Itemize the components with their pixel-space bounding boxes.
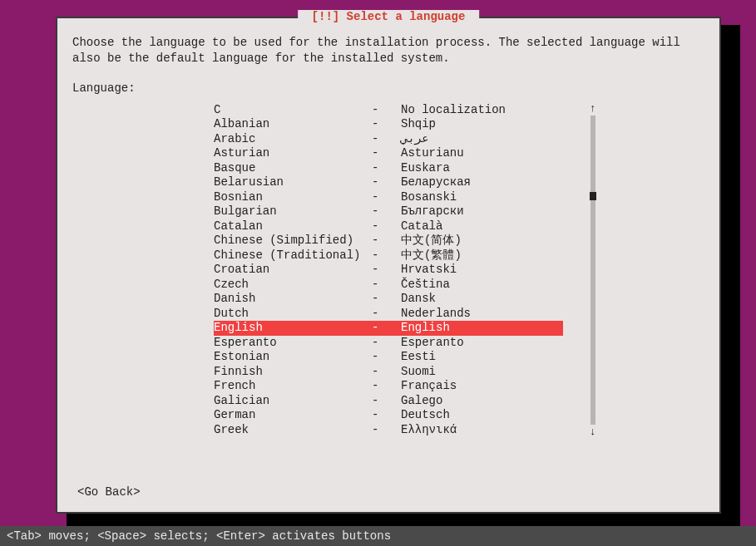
language-name: Catalan <box>214 219 372 234</box>
separator: - <box>372 336 401 351</box>
language-native: No localization <box>401 103 563 118</box>
separator: - <box>372 103 401 118</box>
separator: - <box>372 423 401 438</box>
separator: - <box>372 146 401 161</box>
scroll-down-icon[interactable]: ↓ <box>590 426 596 437</box>
list-item[interactable]: Danish-Dansk <box>214 292 563 307</box>
list-item[interactable]: Asturian-Asturianu <box>214 146 563 161</box>
language-native: Français <box>401 379 563 394</box>
language-native: Čeština <box>401 278 563 293</box>
list-item[interactable]: Esperanto-Esperanto <box>214 336 563 351</box>
language-native: Bosanski <box>401 190 563 205</box>
language-native: Беларуская <box>401 175 563 190</box>
go-back-button[interactable]: <Go Back> <box>77 485 141 499</box>
list-item[interactable]: Dutch-Nederlands <box>214 307 563 322</box>
scroll-up-icon[interactable]: ↑ <box>590 103 596 114</box>
separator: - <box>372 321 401 336</box>
language-native: Esperanto <box>401 336 563 351</box>
separator: - <box>372 132 401 147</box>
dialog-title: [!!] Select a language <box>298 10 479 23</box>
language-name: Galician <box>214 394 372 409</box>
list-item[interactable]: Galician-Galego <box>214 394 563 409</box>
separator: - <box>372 278 401 293</box>
separator: - <box>372 234 401 248</box>
separator: - <box>372 394 401 409</box>
language-name: Finnish <box>214 365 372 380</box>
language-name: Danish <box>214 292 372 307</box>
list-item[interactable]: Albanian-Shqip <box>214 117 563 132</box>
language-native: Dansk <box>401 292 563 307</box>
language-name: Croatian <box>214 263 372 278</box>
instructions-text: Choose the language to be used for the i… <box>72 35 704 66</box>
list-item[interactable]: English-English <box>214 321 563 336</box>
list-item[interactable]: German-Deutsch <box>214 408 563 423</box>
separator: - <box>372 219 401 234</box>
language-name: Albanian <box>214 117 372 132</box>
language-name: Asturian <box>214 146 372 161</box>
language-name: Bulgarian <box>214 204 372 219</box>
list-item[interactable]: Bosnian-Bosanski <box>214 190 563 205</box>
list-item[interactable]: Bulgarian-Български <box>214 204 563 219</box>
separator: - <box>372 204 401 219</box>
language-native: Hrvatski <box>401 263 563 278</box>
separator: - <box>372 379 401 394</box>
language-name: French <box>214 379 372 394</box>
separator: - <box>372 161 401 176</box>
language-name: Esperanto <box>214 336 372 351</box>
separator: - <box>372 190 401 205</box>
language-native: Asturianu <box>401 146 563 161</box>
language-dialog: [!!] Select a language Choose the langua… <box>56 17 721 514</box>
language-name: Czech <box>214 278 372 293</box>
list-item[interactable]: Czech-Čeština <box>214 278 563 293</box>
language-name: Chinese (Traditional) <box>214 248 372 263</box>
list-item[interactable]: Croatian-Hrvatski <box>214 263 563 278</box>
language-name: English <box>214 321 372 336</box>
language-name: Arabic <box>214 132 372 147</box>
language-native: English <box>401 321 563 336</box>
language-name: Estonian <box>214 350 372 365</box>
separator: - <box>372 175 401 190</box>
scrollbar-thumb[interactable] <box>590 192 596 200</box>
list-item[interactable]: Arabic-عربي <box>214 132 563 147</box>
scrollbar[interactable]: ↑ ↓ <box>590 103 596 438</box>
language-name: Basque <box>214 161 372 176</box>
language-name: Greek <box>214 423 372 438</box>
list-item[interactable]: Estonian-Eesti <box>214 350 563 365</box>
language-name: Dutch <box>214 307 372 322</box>
language-native: 中文(繁體) <box>401 248 563 263</box>
language-native: Български <box>401 204 563 219</box>
separator: - <box>372 307 401 322</box>
separator: - <box>372 292 401 307</box>
language-native: Deutsch <box>401 408 563 423</box>
keybinding-hint: <Tab> moves; <Space> selects; <Enter> ac… <box>0 526 756 546</box>
language-list[interactable]: C-No localizationAlbanian-ShqipArabic-عر… <box>214 103 563 438</box>
separator: - <box>372 248 401 263</box>
separator: - <box>372 350 401 365</box>
list-item[interactable]: Chinese (Simplified)-中文(简体) <box>214 234 563 248</box>
scrollbar-track[interactable] <box>590 116 595 425</box>
language-native: Suomi <box>401 365 563 380</box>
language-native: Shqip <box>401 117 563 132</box>
separator: - <box>372 408 401 423</box>
list-item[interactable]: Catalan-Català <box>214 219 563 234</box>
language-native: عربي <box>401 132 563 147</box>
list-item[interactable]: Greek-Ελληνικά <box>214 423 563 438</box>
separator: - <box>372 117 401 132</box>
language-native: Català <box>401 219 563 234</box>
list-item[interactable]: French-Français <box>214 379 563 394</box>
separator: - <box>372 263 401 278</box>
separator: - <box>372 365 401 380</box>
list-item[interactable]: Chinese (Traditional)-中文(繁體) <box>214 248 563 263</box>
language-native: Galego <box>401 394 563 409</box>
list-item[interactable]: Basque-Euskara <box>214 161 563 176</box>
language-name: Bosnian <box>214 190 372 205</box>
language-native: Nederlands <box>401 307 563 322</box>
language-native: Ελληνικά <box>401 423 563 438</box>
language-native: Euskara <box>401 161 563 176</box>
language-name: German <box>214 408 372 423</box>
list-item[interactable]: C-No localization <box>214 103 563 118</box>
language-name: C <box>214 103 372 118</box>
language-name: Belarusian <box>214 175 372 190</box>
list-item[interactable]: Finnish-Suomi <box>214 365 563 380</box>
list-item[interactable]: Belarusian-Беларуская <box>214 175 563 190</box>
